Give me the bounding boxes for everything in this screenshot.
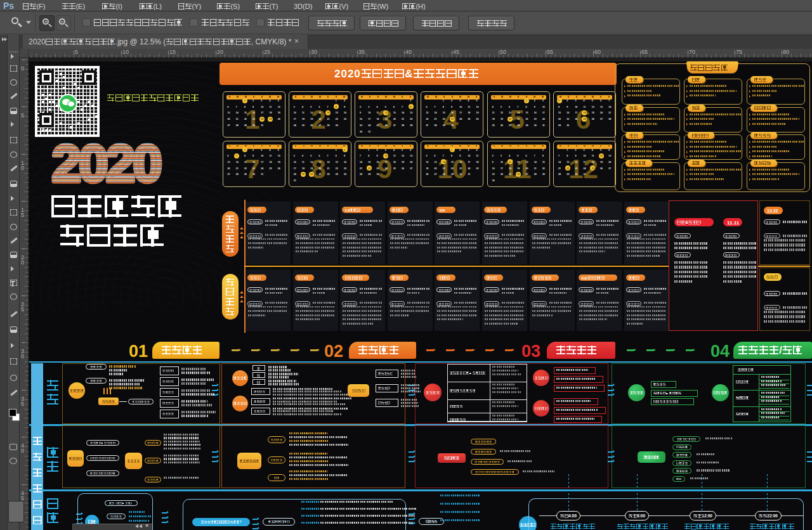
svg-text:2020: 2020 (52, 134, 160, 192)
